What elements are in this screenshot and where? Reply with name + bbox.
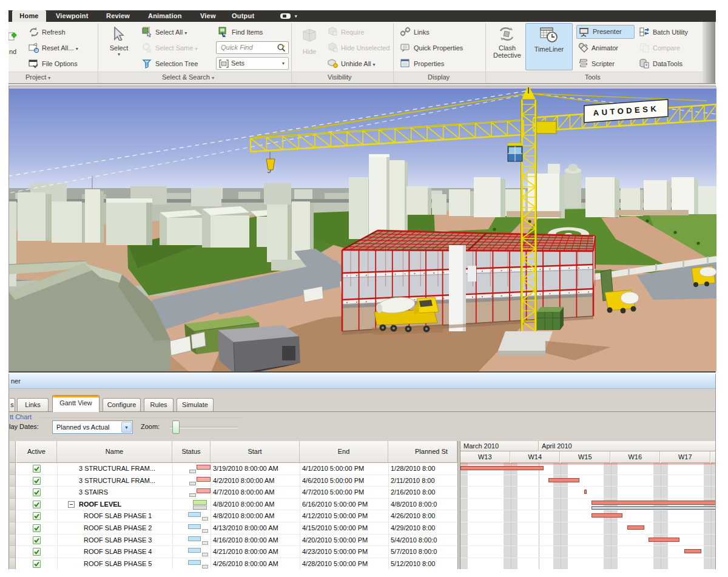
row-gridline [460, 510, 715, 510]
tab-output[interactable]: Output [232, 10, 254, 22]
zoom-slider-thumb[interactable] [172, 420, 180, 434]
active-checkbox[interactable] [33, 548, 41, 556]
task-planned_start: 1/28/2010 8:00 [391, 465, 435, 472]
row-gutter-cell[interactable] [10, 510, 16, 522]
active-checkbox[interactable] [33, 501, 41, 508]
zoom-slider-track[interactable] [170, 427, 238, 428]
tab-animation[interactable]: Animation [148, 10, 182, 22]
row-gutter-cell[interactable] [10, 558, 16, 569]
gantt-bar-actual[interactable] [627, 525, 644, 530]
status-icon-early [180, 558, 204, 569]
table-row[interactable]: ROOF SLAB PHASE 14/8/2010 8:00:00 AM4/12… [10, 510, 460, 522]
task-name: ROOF SLAB PHASE 2 [84, 524, 152, 531]
row-gutter-cell[interactable] [10, 546, 16, 558]
group-label-project[interactable]: Project ▾ [25, 73, 50, 81]
unhide-all-icon [328, 58, 339, 69]
table-row[interactable]: ROOF LEVEL4/8/2010 8:00:00 AM6/16/2010 5… [10, 499, 460, 511]
gantt-bar-actual[interactable] [649, 538, 680, 542]
active-checkbox[interactable] [33, 465, 41, 473]
status-icon-summary [180, 499, 204, 510]
task-planned_start: 2/11/2010 8:00 [391, 477, 435, 484]
row-gutter-cell[interactable] [10, 522, 16, 535]
dropdown-arrow-icon[interactable]: ▼ [121, 422, 132, 433]
active-checkbox[interactable] [33, 477, 41, 485]
column-separator [172, 510, 173, 522]
tab-home[interactable]: Home [12, 10, 46, 22]
hide-button[interactable]: Hide [296, 25, 323, 70]
tab-gantt-view[interactable]: Gantt View [52, 395, 99, 412]
table-row[interactable]: 3 STRUCTURAL FRAM...4/2/2010 8:00:00 AM4… [10, 475, 460, 487]
column-separator [300, 522, 300, 535]
column-separator [211, 546, 211, 558]
compare-icon [639, 42, 650, 53]
tab-links[interactable]: Links [17, 398, 49, 411]
row-gutter-cell[interactable] [10, 463, 16, 475]
gantt-bar-actual[interactable] [548, 478, 580, 482]
tab-simulate[interactable]: Simulate [177, 398, 214, 411]
col-header-name[interactable]: Name [57, 441, 172, 463]
gantt-bar-actual[interactable] [584, 490, 587, 494]
table-row[interactable]: ROOF SLAB PHASE 54/26/2010 8:00:00 AM4/2… [10, 558, 460, 569]
table-row[interactable]: ROOF SLAB PHASE 44/21/2010 8:00:00 AM4/2… [10, 546, 460, 558]
col-header-start[interactable]: Start [211, 441, 300, 463]
table-row[interactable]: ROOF SLAB PHASE 24/13/2010 8:00:00 AM4/1… [10, 522, 460, 535]
gantt-bar-actual[interactable] [684, 549, 701, 553]
tab-review[interactable]: Review [106, 10, 130, 22]
timeliner-button[interactable]: TimeLiner [525, 23, 573, 70]
sets-dropdown[interactable]: Sets ▾ [216, 57, 289, 70]
tab-viewpoint[interactable]: Viewpoint [56, 10, 89, 22]
gantt-week-W17: W17 [661, 451, 710, 463]
task-end: 4/7/2010 5:00:00 PM [302, 488, 364, 496]
col-header-planned-start[interactable]: Planned St [388, 441, 457, 463]
col-header-active[interactable]: Active [16, 441, 57, 463]
column-separator [57, 463, 58, 475]
column-separator [211, 522, 211, 535]
active-checkbox[interactable] [33, 524, 41, 532]
display-dates-dropdown[interactable]: Planned vs Actual ▼ [52, 420, 133, 434]
tab-rules[interactable]: Rules [144, 398, 174, 411]
row-gutter-cell[interactable] [10, 535, 16, 547]
task-end: 6/16/2010 5:00:00 PM [302, 501, 368, 508]
row-gutter-cell[interactable] [10, 499, 16, 511]
timeliner-panel-title[interactable]: ner [9, 374, 715, 389]
quick-find-input[interactable]: Quick Find [216, 41, 289, 54]
task-start: 4/7/2010 8:00:00 AM [213, 488, 275, 496]
column-separator [57, 535, 58, 547]
collapse-toggle[interactable] [68, 501, 75, 508]
gantt-bar-actual[interactable] [592, 501, 716, 505]
tabbar-overflow-caret[interactable]: ▾ [295, 10, 297, 22]
table-row[interactable]: 3 STAIRS4/7/2010 8:00:00 AM4/7/2010 5:00… [10, 487, 460, 499]
tab-configure[interactable]: Configure [103, 398, 141, 411]
gantt-bar-planned[interactable] [592, 506, 716, 510]
tab-view[interactable]: View [200, 10, 216, 22]
search-icon[interactable] [277, 43, 286, 53]
timeliner-task-table: Active Name Status Start End Planned St … [10, 441, 715, 569]
presenter-button[interactable]: Presenter [576, 25, 635, 39]
gantt-bar-actual[interactable] [592, 513, 623, 518]
col-header-end[interactable]: End [300, 441, 388, 463]
task-name: 3 STAIRS [79, 488, 108, 496]
ribbon-fade-strip [703, 22, 715, 83]
column-separator [211, 510, 211, 522]
append-button-fragment[interactable] [8, 32, 16, 47]
column-separator [211, 475, 211, 487]
column-separator [172, 522, 173, 535]
tab-tasks-fragment[interactable]: s [10, 398, 15, 411]
active-checkbox[interactable] [33, 488, 41, 496]
table-row[interactable]: ROOF SLAB PHASE 34/16/2010 8:00:00 AM4/2… [10, 535, 460, 547]
select-button[interactable]: Select ▾ [103, 25, 135, 70]
col-header-status[interactable]: Status [172, 441, 211, 463]
viewport-3d-scene[interactable]: AUTODESK [8, 86, 716, 373]
table-row[interactable]: 3 STRUCTURAL FRAM...3/19/2010 8:00:00 AM… [10, 463, 460, 475]
row-gutter-cell[interactable] [10, 475, 16, 487]
group-label-select-search[interactable]: Select & Search ▾ [162, 73, 214, 81]
row-gutter-cell[interactable] [10, 487, 16, 499]
active-checkbox[interactable] [33, 512, 41, 520]
refresh-icon [29, 27, 39, 38]
gantt-chart-groupbox-line [39, 417, 242, 418]
active-checkbox[interactable] [33, 536, 41, 544]
clash-detective-button[interactable]: Clash Detective [490, 25, 524, 70]
gantt-bar-actual[interactable] [460, 466, 544, 470]
active-checkbox[interactable] [33, 560, 41, 568]
file-options-icon [29, 58, 39, 69]
